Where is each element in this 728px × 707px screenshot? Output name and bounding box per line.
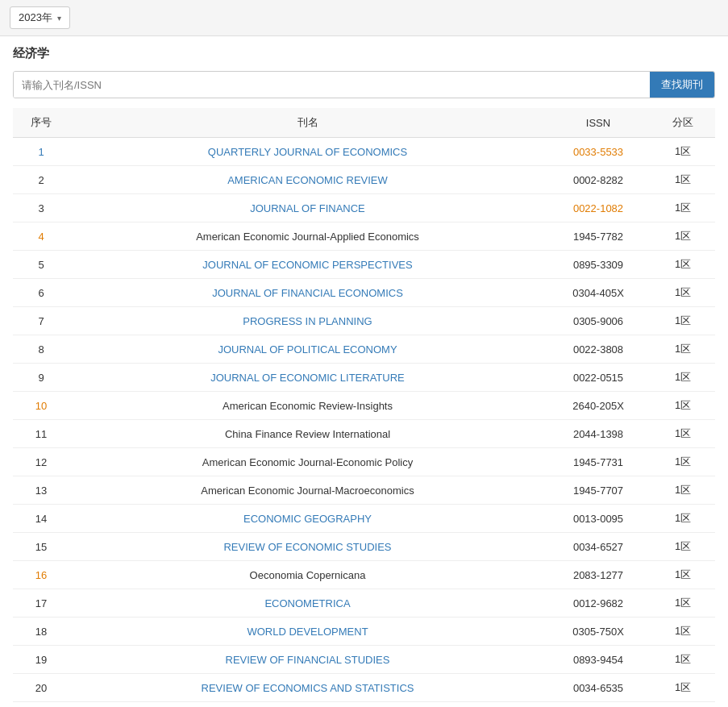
rank-value: 5	[38, 259, 44, 271]
issn-value: 1945-7731	[573, 456, 623, 468]
rank-value: 2	[38, 174, 44, 186]
zone-cell: 1区	[651, 194, 715, 222]
name-cell[interactable]: QUARTERLY JOURNAL OF ECONOMICS	[69, 138, 546, 166]
rank-cell[interactable]: 4	[13, 222, 69, 251]
name-cell[interactable]: AMERICAN ECONOMIC REVIEW	[69, 166, 546, 194]
rank-cell: 5	[13, 251, 69, 279]
name-cell[interactable]: REVIEW OF FINANCIAL STUDIES	[69, 646, 546, 674]
zone-cell: 1区	[651, 618, 715, 646]
zone-cell: 1区	[651, 138, 715, 166]
search-input[interactable]	[14, 72, 650, 98]
issn-value[interactable]: 0022-1082	[573, 202, 623, 214]
rank-value: 18	[35, 626, 47, 638]
page-title: 经济学	[13, 46, 715, 61]
name-cell[interactable]: WORLD DEVELOPMENT	[69, 618, 546, 646]
journal-name-value[interactable]: JOURNAL OF FINANCE	[250, 202, 365, 214]
rank-cell: 18	[13, 618, 69, 646]
zone-value: 1区	[675, 653, 691, 665]
journal-name-value[interactable]: WORLD DEVELOPMENT	[247, 626, 368, 638]
table-row: 9 JOURNAL OF ECONOMIC LITERATURE 0022-05…	[13, 364, 715, 392]
issn-cell: 0022-3808	[546, 335, 651, 364]
name-cell[interactable]: ECONOMETRICA	[69, 589, 546, 618]
journal-name-value[interactable]: REVIEW OF ECONOMICS AND STATISTICS	[202, 682, 414, 694]
name-cell[interactable]: JOURNAL OF FINANCIAL ECONOMICS	[69, 279, 546, 307]
journal-name-value[interactable]: JOURNAL OF FINANCIAL ECONOMICS	[212, 287, 403, 299]
issn-cell: 2640-205X	[546, 392, 651, 420]
table-row: 1 QUARTERLY JOURNAL OF ECONOMICS 0033-55…	[13, 138, 715, 166]
rank-cell: 12	[13, 448, 69, 476]
zone-value: 1区	[675, 286, 691, 298]
col-header-rank: 序号	[13, 108, 69, 138]
journal-name-value[interactable]: QUARTERLY JOURNAL OF ECONOMICS	[208, 146, 407, 158]
rank-value: 8	[38, 343, 44, 356]
name-cell[interactable]: REVIEW OF ECONOMIC STUDIES	[69, 533, 546, 561]
rank-value[interactable]: 1	[38, 146, 44, 158]
rank-value: 7	[38, 315, 44, 327]
rank-value[interactable]: 4	[38, 231, 44, 243]
rank-cell[interactable]: 1	[13, 138, 69, 166]
rank-cell: 8	[13, 335, 69, 364]
journal-name-value[interactable]: AMERICAN ECONOMIC REVIEW	[227, 174, 388, 186]
name-cell[interactable]: ECONOMIC GEOGRAPHY	[69, 505, 546, 533]
issn-cell: 0305-750X	[546, 618, 651, 646]
rank-cell[interactable]: 16	[13, 561, 69, 589]
name-cell: China Finance Review International	[69, 420, 546, 448]
name-cell[interactable]: JOURNAL OF ECONOMIC LITERATURE	[69, 364, 546, 392]
issn-cell: 0304-405X	[546, 279, 651, 307]
journal-name-value[interactable]: ECONOMETRICA	[264, 597, 350, 609]
journal-name-value: American Economic Review-Insights	[223, 400, 393, 412]
name-cell[interactable]: JOURNAL OF POLITICAL ECONOMY	[69, 335, 546, 364]
journal-name-value: American Economic Journal-Macroeconomics	[201, 485, 414, 497]
journal-name-value: American Economic Journal-Economic Polic…	[202, 456, 414, 468]
zone-cell: 1区	[651, 505, 715, 533]
zone-value: 1区	[675, 343, 691, 355]
year-dropdown[interactable]: 2023年 ▾	[10, 6, 70, 29]
issn-cell: 0002-8282	[546, 166, 651, 194]
rank-value: 17	[35, 597, 47, 609]
rank-cell: 3	[13, 194, 69, 222]
issn-value[interactable]: 0033-5533	[573, 146, 623, 158]
zone-cell: 1区	[651, 448, 715, 476]
name-cell[interactable]: JOURNAL OF ECONOMIC PERSPECTIVES	[69, 251, 546, 279]
table-row: 14 ECONOMIC GEOGRAPHY 0013-0095 1区	[13, 505, 715, 533]
journal-name-value[interactable]: JOURNAL OF ECONOMIC LITERATURE	[210, 372, 405, 384]
issn-cell[interactable]: 0033-5533	[546, 138, 651, 166]
table-row: 20 REVIEW OF ECONOMICS AND STATISTICS 00…	[13, 674, 715, 702]
issn-cell: 1945-7782	[546, 222, 651, 251]
rank-value: 3	[38, 202, 44, 214]
table-row: 18 WORLD DEVELOPMENT 0305-750X 1区	[13, 618, 715, 646]
name-cell: American Economic Journal-Macroeconomics	[69, 476, 546, 505]
name-cell[interactable]: PROGRESS IN PLANNING	[69, 307, 546, 335]
rank-cell[interactable]: 10	[13, 392, 69, 420]
journal-name-value[interactable]: PROGRESS IN PLANNING	[243, 315, 372, 327]
journal-name-value[interactable]: ECONOMIC GEOGRAPHY	[243, 513, 372, 525]
rank-value[interactable]: 10	[35, 400, 47, 412]
zone-cell: 1区	[651, 476, 715, 505]
col-header-issn: ISSN	[546, 108, 651, 138]
journal-name-value[interactable]: JOURNAL OF ECONOMIC PERSPECTIVES	[202, 259, 412, 271]
journal-name-value[interactable]: REVIEW OF FINANCIAL STUDIES	[226, 654, 390, 666]
search-bar: 查找期刊	[13, 71, 715, 98]
search-button[interactable]: 查找期刊	[650, 72, 714, 98]
issn-value: 0022-3808	[573, 343, 623, 356]
issn-value: 0305-750X	[572, 626, 624, 638]
journal-name-value[interactable]: REVIEW OF ECONOMIC STUDIES	[223, 541, 391, 553]
name-cell[interactable]: JOURNAL OF FINANCE	[69, 194, 546, 222]
journal-name-value[interactable]: JOURNAL OF POLITICAL ECONOMY	[218, 343, 397, 356]
zone-cell: 1区	[651, 364, 715, 392]
issn-cell: 1945-7731	[546, 448, 651, 476]
zone-cell: 1区	[651, 420, 715, 448]
table-row: 12 American Economic Journal-Economic Po…	[13, 448, 715, 476]
zone-value: 1区	[675, 399, 691, 411]
zone-cell: 1区	[651, 279, 715, 307]
rank-value: 19	[35, 654, 47, 666]
name-cell: American Economic Journal-Economic Polic…	[69, 448, 546, 476]
zone-value: 1区	[675, 427, 691, 439]
table-row: 8 JOURNAL OF POLITICAL ECONOMY 0022-3808…	[13, 335, 715, 364]
rank-value: 12	[35, 456, 47, 468]
rank-value[interactable]: 16	[35, 569, 47, 581]
table-row: 3 JOURNAL OF FINANCE 0022-1082 1区	[13, 194, 715, 222]
zone-cell: 1区	[651, 251, 715, 279]
name-cell[interactable]: REVIEW OF ECONOMICS AND STATISTICS	[69, 674, 546, 702]
issn-cell[interactable]: 0022-1082	[546, 194, 651, 222]
